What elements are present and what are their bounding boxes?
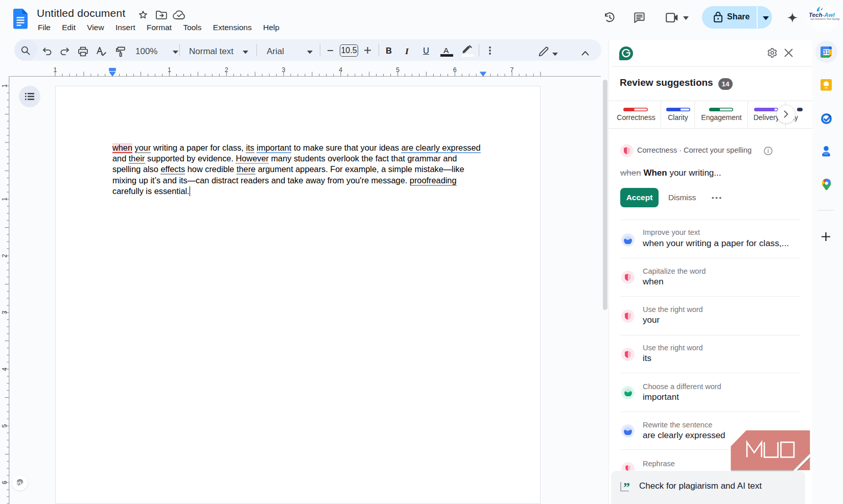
- svg-text:4: 4: [339, 66, 342, 74]
- svg-text:6: 6: [453, 66, 457, 74]
- svg-text:31: 31: [823, 49, 829, 55]
- svg-text:5: 5: [396, 66, 400, 74]
- svg-text:1: 1: [1, 197, 8, 201]
- svg-text:3: 3: [282, 66, 286, 74]
- svg-text:2: 2: [1, 254, 8, 257]
- svg-text:5: 5: [1, 424, 8, 427]
- svg-text:1: 1: [168, 66, 171, 74]
- svg-text:6: 6: [1, 481, 8, 484]
- svg-text:3: 3: [1, 310, 8, 314]
- svg-text:4: 4: [1, 367, 8, 371]
- svg-text:7: 7: [510, 66, 514, 74]
- svg-text:1: 1: [1, 84, 8, 87]
- svg-text:2: 2: [225, 66, 228, 74]
- svg-text:1: 1: [54, 66, 57, 74]
